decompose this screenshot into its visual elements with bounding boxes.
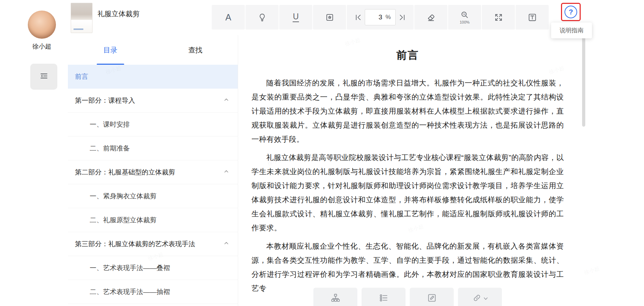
toc-item-label: 二、艺术表现手法——抽褶 — [90, 287, 229, 297]
header: 礼服立体裁剪 A U — [68, 0, 644, 36]
toc-item[interactable]: 二、前期准备 — [68, 136, 238, 160]
user-name: 徐小超 — [14, 42, 70, 51]
reader-toolbar: A U — [212, 5, 549, 30]
chevron-up-icon[interactable] — [223, 97, 229, 104]
zoom-button[interactable]: % 100% — [448, 5, 481, 30]
tab-toc-label: 目录 — [103, 45, 117, 55]
toc-item-label: 第一部分：课程导入 — [75, 96, 223, 105]
toc-item[interactable]: 第三部分：礼服立体裁剪的艺术表现手法 — [68, 232, 238, 256]
tab-search-label: 查找 — [188, 45, 202, 55]
bookmark-button[interactable] — [313, 5, 346, 30]
toc-item-label: 第三部分：礼服立体裁剪的艺术表现手法 — [75, 240, 223, 249]
checklist-icon — [379, 293, 389, 304]
page-navigation: % — [347, 5, 414, 30]
toc-item[interactable]: 第一部分：课程导入 — [68, 89, 238, 113]
toc-item-label: 二、前期准备 — [90, 144, 229, 153]
scrollbar-thumb[interactable] — [582, 37, 585, 127]
user-rail: 徐小超 — [0, 0, 68, 306]
book-title: 礼服立体裁剪 — [97, 9, 140, 19]
toc-item[interactable]: 一、紧身胸衣立体裁剪 — [68, 184, 238, 208]
toc-item[interactable]: 第二部分：礼服基础型的立体裁剪 — [68, 160, 238, 184]
collapse-sidebar-button[interactable] — [30, 64, 57, 90]
underline-icon: U — [293, 12, 299, 22]
text-box-icon — [528, 13, 537, 22]
panel-tabs: 目录 查找 — [68, 35, 238, 65]
toc-item-label: 第二部分：礼服基础型的立体裁剪 — [75, 168, 223, 177]
toc-list: 前言 第一部分：课程导入 一、课时安排 二、前期准备 第二部分：礼服基础型的立体 — [68, 65, 238, 304]
font-settings-button[interactable]: A — [212, 5, 245, 30]
eraser-button[interactable] — [414, 5, 447, 30]
tab-toc[interactable]: 目录 — [68, 35, 153, 65]
fullscreen-button[interactable] — [482, 5, 515, 30]
svg-text:%: % — [463, 13, 465, 16]
avatar[interactable] — [28, 11, 56, 39]
last-page-button[interactable] — [398, 13, 406, 21]
toc-item-label: 二、礼服原型立体裁剪 — [90, 216, 229, 225]
help-highlight: ? — [561, 3, 581, 21]
paragraphs: 随着我国经济的发展，礼服的市场需求日益增大。礼服作为一种正式的社交礼仪性服装，是… — [251, 76, 564, 295]
eraser-icon — [426, 13, 436, 22]
text-mode-button[interactable] — [516, 5, 549, 30]
help-tooltip: 说明指南 — [551, 23, 592, 38]
toc-item[interactable]: 前言 — [68, 65, 238, 89]
toc-item[interactable]: 一、艺术表现手法——叠褶 — [68, 256, 238, 280]
chapter-actions — [251, 288, 564, 306]
help-button[interactable]: ? — [565, 6, 577, 18]
chevron-down-icon — [484, 295, 488, 302]
underline-button[interactable]: U — [279, 5, 312, 30]
chevron-up-icon[interactable] — [223, 168, 229, 176]
paragraph: 礼服立体裁剪是高等职业院校服装设计与工艺专业核心课程“服装立体裁剪”的高阶内容，… — [251, 151, 564, 235]
toc-item-label: 前言 — [75, 72, 229, 81]
brightness-button[interactable] — [246, 5, 279, 30]
page-input[interactable] — [370, 13, 383, 21]
chapter-title: 前言 — [251, 35, 564, 63]
font-settings-icon: A — [225, 12, 231, 23]
toc-panel: 目录 查找 前言 第一部分：课程导入 一、课时安排 — [68, 35, 238, 306]
knowledge-graph-button[interactable] — [313, 288, 357, 306]
notes-list-button[interactable] — [362, 288, 406, 306]
bulb-icon — [257, 13, 267, 22]
zoom-level: 100% — [460, 20, 470, 24]
toc-item[interactable]: 二、礼服原型立体裁剪 — [68, 208, 238, 232]
page-unit-label: % — [385, 14, 391, 21]
collapse-sidebar-icon — [39, 71, 49, 83]
bookmark-star-icon — [325, 13, 334, 22]
chevron-up-icon[interactable] — [223, 240, 229, 248]
first-page-button[interactable] — [354, 13, 362, 21]
active-tab-underline — [97, 64, 124, 65]
toc-item[interactable]: 二、艺术表现手法——抽褶 — [68, 280, 238, 304]
link-icon — [472, 293, 482, 304]
main-column: 礼服立体裁剪 A U — [68, 0, 644, 306]
annotation-button[interactable] — [410, 288, 454, 306]
toc-item-label: 一、紧身胸衣立体裁剪 — [90, 192, 229, 201]
paragraph: 本教材顺应礼服企业个性化、生态化、智能化、品牌化的新发展，有机嵌入各类富媒体资源… — [251, 239, 564, 295]
toc-item[interactable]: 一、课时安排 — [68, 113, 238, 136]
body-row: 目录 查找 前言 第一部分：课程导入 一、课时安排 — [68, 35, 644, 306]
zoom-percent-icon: % — [460, 10, 469, 19]
red-highlight-box: ? — [561, 3, 581, 21]
paragraph: 随着我国经济的发展，礼服的市场需求日益增大。礼服作为一种正式的社交礼仪性服装，是… — [251, 76, 564, 146]
tab-search[interactable]: 查找 — [153, 35, 238, 65]
toc-item-label: 一、艺术表现手法——叠褶 — [90, 263, 229, 273]
fullscreen-icon — [494, 13, 503, 22]
book-cover-thumbnail[interactable] — [71, 3, 93, 33]
sitemap-icon — [331, 293, 340, 304]
app: 徐小超 礼服立体裁剪 A — [0, 0, 644, 306]
edit-note-icon — [427, 293, 437, 304]
page-input-field: % — [365, 9, 396, 25]
resources-button[interactable] — [458, 288, 502, 306]
toc-item-label: 一、课时安排 — [90, 120, 229, 129]
